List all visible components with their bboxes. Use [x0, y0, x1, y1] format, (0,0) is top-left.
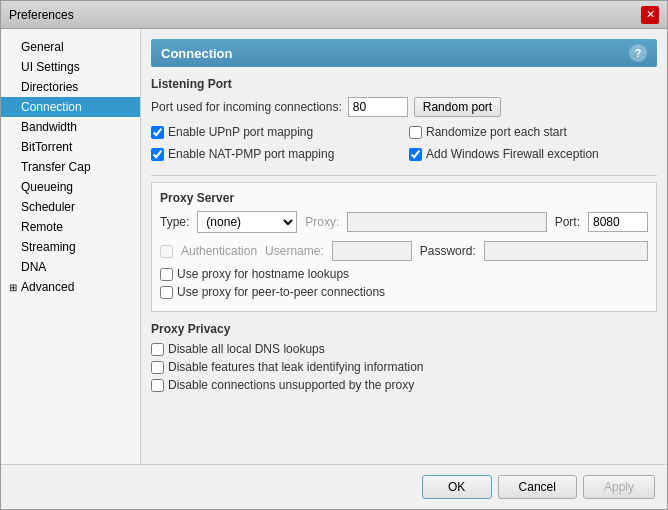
proxy-port-label: Port:: [555, 215, 580, 229]
sidebar-item-bandwidth[interactable]: Bandwidth: [1, 117, 140, 137]
upnp-checkbox[interactable]: [151, 126, 164, 139]
section-title: Connection: [161, 46, 233, 61]
ok-button[interactable]: OK: [422, 475, 492, 499]
port-input[interactable]: [348, 97, 408, 117]
username-label: Username:: [265, 244, 324, 258]
p2p-row: Use proxy for peer-to-peer connections: [160, 285, 648, 299]
proxy-addr-label: Proxy:: [305, 215, 339, 229]
random-port-button[interactable]: Random port: [414, 97, 501, 117]
firewall-row: Add Windows Firewall exception: [409, 147, 657, 161]
title-bar: Preferences ✕: [1, 1, 667, 29]
proxy-addr-input[interactable]: [347, 212, 546, 232]
apply-button[interactable]: Apply: [583, 475, 655, 499]
hostname-checkbox[interactable]: [160, 268, 173, 281]
auth-checkbox[interactable]: [160, 245, 173, 258]
firewall-label: Add Windows Firewall exception: [426, 147, 599, 161]
randomize-checkbox[interactable]: [409, 126, 422, 139]
bottom-bar: OK Cancel Apply: [1, 464, 667, 509]
sidebar-item-connection[interactable]: Connection: [1, 97, 140, 117]
port-row: Port used for incoming connections: Rand…: [151, 97, 657, 117]
sidebar: General UI Settings Directories Connecti…: [1, 29, 141, 464]
sidebar-item-streaming[interactable]: Streaming: [1, 237, 140, 257]
divider1: [151, 175, 657, 176]
type-label: Type:: [160, 215, 189, 229]
preferences-window: Preferences ✕ General UI Settings Direct…: [0, 0, 668, 510]
sidebar-item-transfer-cap[interactable]: Transfer Cap: [1, 157, 140, 177]
randomize-row: Randomize port each start: [409, 125, 657, 139]
unsupported-checkbox[interactable]: [151, 379, 164, 392]
proxy-type-select[interactable]: (none) SOCKS4 SOCKS5 HTTP: [197, 211, 297, 233]
unsupported-label: Disable connections unsupported by the p…: [168, 378, 414, 392]
nat-pmp-checkbox[interactable]: [151, 148, 164, 161]
proxy-server-title: Proxy Server: [160, 191, 648, 205]
auth-label: Authentication: [181, 244, 257, 258]
window-title: Preferences: [9, 8, 74, 22]
sidebar-item-directories[interactable]: Directories: [1, 77, 140, 97]
proxy-auth-row: Authentication Username: Password:: [160, 241, 648, 261]
firewall-checkbox[interactable]: [409, 148, 422, 161]
upnp-label: Enable UPnP port mapping: [168, 125, 313, 139]
password-label: Password:: [420, 244, 476, 258]
proxy-privacy-section: Proxy Privacy Disable all local DNS look…: [151, 322, 657, 392]
listening-port-section: Listening Port Port used for incoming co…: [151, 77, 657, 165]
expand-icon: ⊞: [9, 282, 17, 293]
upnp-row: Enable UPnP port mapping: [151, 125, 399, 139]
unsupported-row: Disable connections unsupported by the p…: [151, 378, 657, 392]
proxy-privacy-title: Proxy Privacy: [151, 322, 657, 336]
section-header: Connection ?: [151, 39, 657, 67]
nat-pmp-label: Enable NAT-PMP port mapping: [168, 147, 334, 161]
sidebar-item-ui-settings[interactable]: UI Settings: [1, 57, 140, 77]
sidebar-item-general[interactable]: General: [1, 37, 140, 57]
help-icon[interactable]: ?: [629, 44, 647, 62]
dns-label: Disable all local DNS lookups: [168, 342, 325, 356]
main-content: General UI Settings Directories Connecti…: [1, 29, 667, 464]
sidebar-item-scheduler[interactable]: Scheduler: [1, 197, 140, 217]
sidebar-item-advanced[interactable]: ⊞Advanced: [1, 277, 140, 297]
hostname-label: Use proxy for hostname lookups: [177, 267, 349, 281]
sidebar-item-dna[interactable]: DNA: [1, 257, 140, 277]
close-button[interactable]: ✕: [641, 6, 659, 24]
port-label: Port used for incoming connections:: [151, 100, 342, 114]
proxy-type-row: Type: (none) SOCKS4 SOCKS5 HTTP Proxy: P…: [160, 211, 648, 233]
proxy-server-section: Proxy Server Type: (none) SOCKS4 SOCKS5 …: [151, 182, 657, 312]
randomize-label: Randomize port each start: [426, 125, 567, 139]
p2p-checkbox[interactable]: [160, 286, 173, 299]
leak-label: Disable features that leak identifying i…: [168, 360, 423, 374]
sidebar-item-queueing[interactable]: Queueing: [1, 177, 140, 197]
listening-port-title: Listening Port: [151, 77, 657, 91]
leak-row: Disable features that leak identifying i…: [151, 360, 657, 374]
p2p-label: Use proxy for peer-to-peer connections: [177, 285, 385, 299]
nat-pmp-row: Enable NAT-PMP port mapping: [151, 147, 399, 161]
sidebar-item-bittorrent[interactable]: BitTorrent: [1, 137, 140, 157]
sidebar-item-remote[interactable]: Remote: [1, 217, 140, 237]
hostname-row: Use proxy for hostname lookups: [160, 267, 648, 281]
dns-row: Disable all local DNS lookups: [151, 342, 657, 356]
content-panel: Connection ? Listening Port Port used fo…: [141, 29, 667, 464]
proxy-port-input[interactable]: [588, 212, 648, 232]
leak-checkbox[interactable]: [151, 361, 164, 374]
password-input[interactable]: [484, 241, 648, 261]
username-input[interactable]: [332, 241, 412, 261]
cancel-button[interactable]: Cancel: [498, 475, 577, 499]
port-checkboxes: Enable UPnP port mapping Randomize port …: [151, 125, 657, 165]
dns-checkbox[interactable]: [151, 343, 164, 356]
